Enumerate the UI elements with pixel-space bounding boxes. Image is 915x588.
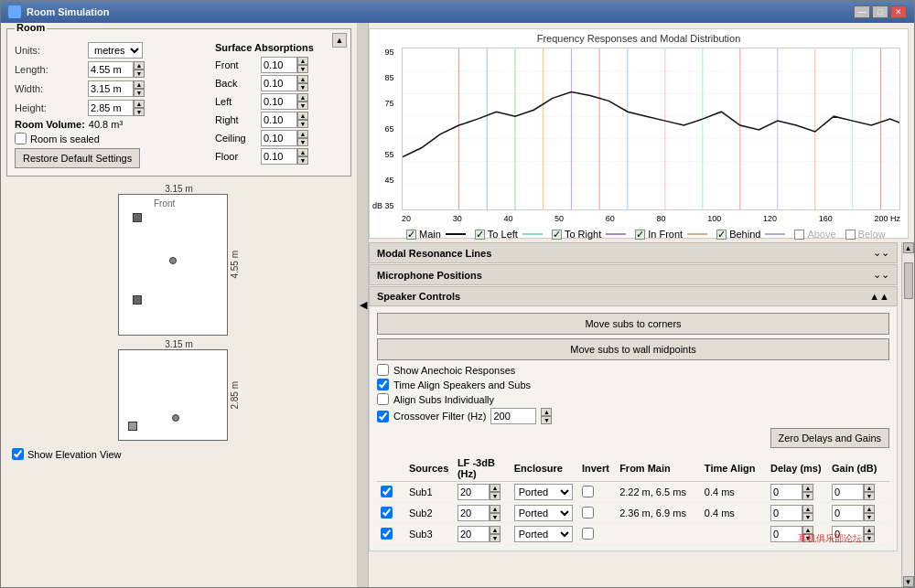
surface-front-input[interactable]	[261, 57, 297, 73]
controls-scroll[interactable]: Modal Resonance Lines ⌄⌄ Microphone Posi…	[369, 242, 901, 587]
sub1-delay-up[interactable]: ▲	[802, 484, 813, 492]
scroll-track[interactable]	[903, 253, 914, 576]
sub2-check[interactable]	[381, 507, 393, 519]
sub2-lf-up[interactable]: ▲	[490, 505, 501, 513]
sub1-lf-dn[interactable]: ▼	[490, 492, 501, 500]
sub3-lf-up[interactable]: ▲	[490, 526, 501, 534]
length-up[interactable]: ▲	[134, 61, 145, 69]
sub1-gain-dn[interactable]: ▼	[864, 492, 875, 500]
sub3-lf-input[interactable]	[458, 526, 490, 542]
mic-positions-header[interactable]: Microphone Positions ⌄⌄	[369, 264, 898, 285]
surface-floor-input[interactable]	[261, 148, 297, 165]
sub2-lf-input[interactable]	[458, 505, 490, 521]
zero-delays-container: Zero Delays and Gains	[377, 428, 889, 452]
scroll-thumb[interactable]	[904, 262, 913, 299]
zero-delays-btn[interactable]: Zero Delays and Gains	[770, 428, 890, 448]
controls-area: Modal Resonance Lines ⌄⌄ Microphone Posi…	[369, 242, 914, 587]
crossover-up[interactable]: ▲	[541, 408, 552, 416]
legend-toright: ✓ To Right	[552, 229, 626, 240]
speaker-controls-header[interactable]: Speaker Controls ▲▲	[369, 286, 898, 306]
crossover-check[interactable]	[377, 411, 389, 422]
sub1-enc-select[interactable]: Ported Sealed	[514, 484, 573, 500]
sub2-inv-check[interactable]	[582, 507, 594, 519]
sfl-up[interactable]: ▲	[297, 148, 308, 156]
sub1-gain-input[interactable]	[832, 484, 864, 500]
scroll-down-btn[interactable]: ▼	[903, 576, 914, 587]
length-input[interactable]	[88, 61, 134, 78]
sub2-lf-dn[interactable]: ▼	[490, 513, 501, 521]
scroll-up-btn[interactable]: ▲	[903, 242, 914, 253]
height-spinbtns: ▲ ▼	[134, 100, 145, 116]
sc-up[interactable]: ▲	[297, 130, 308, 138]
sub3-lf-dn[interactable]: ▼	[490, 534, 501, 542]
sub1-delay-dn[interactable]: ▼	[802, 492, 813, 500]
sub3-inv-check[interactable]	[582, 528, 594, 540]
sub1-inv-check[interactable]	[582, 486, 594, 497]
time-align-check[interactable]	[377, 379, 389, 390]
sr-dn[interactable]: ▼	[297, 120, 308, 128]
sl-dn[interactable]: ▼	[297, 102, 308, 110]
sub3-check[interactable]	[381, 528, 393, 540]
sub2-gain-dn[interactable]: ▼	[864, 513, 875, 521]
close-button[interactable]: ✕	[890, 5, 907, 18]
show-elevation-check[interactable]	[12, 448, 24, 460]
legend-below-check	[845, 230, 856, 240]
sb-up[interactable]: ▲	[297, 75, 308, 83]
surface-back-label: Back	[215, 78, 261, 89]
sub1-lf-up[interactable]: ▲	[490, 484, 501, 492]
length-input-group: ▲ ▼	[88, 61, 145, 78]
sf-up[interactable]: ▲	[297, 57, 308, 65]
sub3-gain-dn[interactable]: ▼	[864, 534, 875, 542]
restore-btn[interactable]: Restore Default Settings	[15, 148, 140, 168]
sb-dn[interactable]: ▼	[297, 83, 308, 91]
sub2-delay-dn[interactable]: ▼	[802, 513, 813, 521]
th-lf: LF -3dB (Hz)	[454, 455, 511, 482]
surface-ceiling-input[interactable]	[261, 130, 297, 146]
sub2-delay-up[interactable]: ▲	[802, 505, 813, 513]
modal-resonance-header[interactable]: Modal Resonance Lines ⌄⌄	[369, 242, 898, 263]
move-subs-corners-btn[interactable]: Move subs to corners	[377, 313, 889, 335]
sub2-gain-up[interactable]: ▲	[864, 505, 875, 513]
sub2-gain-input[interactable]	[832, 505, 864, 521]
surface-right-input[interactable]	[261, 112, 297, 128]
crossover-down[interactable]: ▼	[541, 416, 552, 424]
modal-resonance-collapse-icon: ⌄⌄	[873, 247, 889, 259]
width-up[interactable]: ▲	[134, 80, 145, 89]
minimize-button[interactable]: —	[854, 5, 870, 18]
sf-dn[interactable]: ▼	[297, 65, 308, 73]
y-95: 95	[372, 48, 394, 57]
sub2-enc-select[interactable]: Ported Sealed	[514, 505, 573, 521]
sub3-gain-up[interactable]: ▲	[864, 526, 875, 534]
sub1-lf-input[interactable]	[458, 484, 490, 500]
room-collapse-btn[interactable]: ▲	[332, 33, 347, 48]
sfl-dn[interactable]: ▼	[297, 156, 308, 165]
length-down[interactable]: ▼	[134, 69, 145, 78]
height-down[interactable]: ▼	[134, 108, 145, 116]
height-input[interactable]	[88, 100, 134, 116]
sr-up[interactable]: ▲	[297, 112, 308, 120]
height-up[interactable]: ▲	[134, 100, 145, 108]
sub2-delay-input[interactable]	[770, 505, 802, 521]
show-anechoic-check[interactable]	[377, 364, 389, 376]
x-120: 120	[763, 214, 777, 223]
surface-back-input[interactable]	[261, 75, 297, 91]
maximize-button[interactable]: □	[872, 5, 888, 18]
sub3-enc-select[interactable]: Ported Sealed	[514, 526, 573, 542]
sealed-checkbox[interactable]	[15, 133, 27, 144]
crossover-input[interactable]	[490, 408, 536, 424]
move-subs-midpoints-btn[interactable]: Move subs to wall midpoints	[377, 338, 889, 360]
sc-dn[interactable]: ▼	[297, 138, 308, 146]
width-down[interactable]: ▼	[134, 89, 145, 97]
units-select[interactable]: metres feet	[88, 42, 143, 59]
sub1-check[interactable]	[381, 486, 393, 497]
sl-up[interactable]: ▲	[297, 93, 308, 102]
sub1-delay-input[interactable]	[770, 484, 802, 500]
width-input[interactable]	[88, 80, 134, 97]
surface-front-label: Front	[215, 59, 261, 70]
sub1-gain-up[interactable]: ▲	[864, 484, 875, 492]
panel-arrow[interactable]: ◀	[358, 23, 369, 587]
surface-left-input[interactable]	[261, 93, 297, 110]
speaker-lb	[133, 295, 142, 305]
volume-row: Room Volume: 40.8 m³	[15, 119, 197, 130]
align-subs-check[interactable]	[377, 393, 389, 405]
